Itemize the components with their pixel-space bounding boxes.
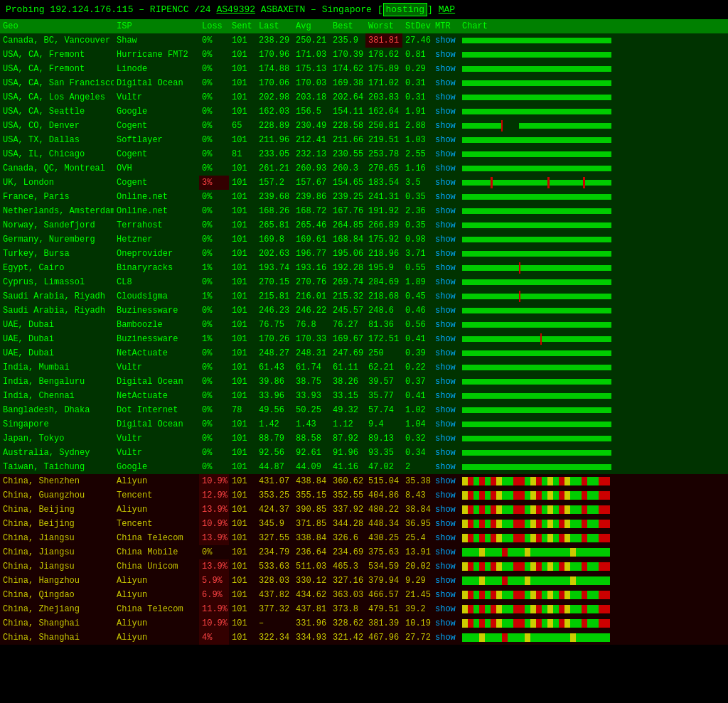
- mtr-link[interactable]: show: [435, 92, 456, 102]
- mtr-link[interactable]: show: [435, 533, 456, 543]
- table-row: UAE, DubaiBamboozle0%10176.7576.876.2781…: [0, 318, 728, 332]
- stdev-cell: 0.98: [402, 232, 432, 247]
- loss-cell: 0%: [199, 304, 229, 318]
- mtr-cell[interactable]: show: [432, 190, 459, 204]
- mtr-link[interactable]: show: [435, 405, 456, 415]
- mtr-link[interactable]: show: [435, 121, 456, 131]
- last-cell: 248.27: [256, 346, 293, 360]
- mtr-cell[interactable]: show: [432, 332, 459, 346]
- mtr-link[interactable]: show: [435, 633, 456, 643]
- mtr-link[interactable]: show: [435, 277, 456, 287]
- mtr-cell[interactable]: show: [432, 531, 459, 545]
- mtr-link[interactable]: show: [435, 192, 456, 202]
- mtr-link[interactable]: show: [435, 363, 456, 372]
- mtr-cell[interactable]: show: [432, 346, 459, 360]
- col-chart: Chart: [459, 19, 728, 33]
- mtr-cell[interactable]: show: [432, 76, 459, 90]
- mtr-cell[interactable]: show: [432, 375, 459, 389]
- mtr-link[interactable]: show: [435, 78, 456, 88]
- mtr-cell[interactable]: show: [432, 488, 459, 503]
- mtr-link[interactable]: show: [435, 178, 456, 188]
- mtr-cell[interactable]: show: [432, 275, 459, 289]
- mtr-link[interactable]: show: [435, 448, 456, 458]
- mtr-link[interactable]: show: [435, 36, 456, 45]
- mtr-link[interactable]: show: [435, 348, 456, 358]
- mtr-cell[interactable]: show: [432, 304, 459, 318]
- mtr-cell[interactable]: show: [432, 204, 459, 218]
- mtr-cell[interactable]: show: [432, 261, 459, 275]
- mtr-link[interactable]: show: [435, 590, 456, 600]
- mtr-cell[interactable]: show: [432, 630, 459, 645]
- mtr-cell[interactable]: show: [432, 218, 459, 232]
- mtr-cell[interactable]: show: [432, 104, 459, 119]
- mtr-link[interactable]: show: [435, 163, 456, 173]
- svg-rect-27: [462, 322, 611, 328]
- mtr-link[interactable]: show: [435, 320, 456, 330]
- mtr-cell[interactable]: show: [432, 602, 459, 616]
- isp-cell: Tencent: [114, 488, 199, 503]
- mtr-link[interactable]: show: [435, 462, 456, 472]
- mtr-link[interactable]: show: [435, 391, 456, 401]
- mtr-link[interactable]: show: [435, 291, 456, 301]
- loss-cell: 1%: [199, 261, 229, 275]
- mtr-cell[interactable]: show: [432, 474, 459, 488]
- mtr-cell[interactable]: show: [432, 48, 459, 62]
- mtr-cell[interactable]: show: [432, 90, 459, 104]
- mtr-cell[interactable]: show: [432, 247, 459, 261]
- table-row: Australia, SydneyVultr0%10192.5692.6191.…: [0, 446, 728, 460]
- mtr-cell[interactable]: show: [432, 545, 459, 559]
- mtr-link[interactable]: show: [435, 576, 456, 586]
- mtr-cell[interactable]: show: [432, 431, 459, 446]
- mtr-link[interactable]: show: [435, 618, 456, 628]
- mtr-link[interactable]: show: [435, 490, 456, 500]
- mtr-link[interactable]: show: [435, 64, 456, 74]
- mtr-link[interactable]: show: [435, 306, 456, 316]
- mtr-cell[interactable]: show: [432, 503, 459, 517]
- mtr-cell[interactable]: show: [432, 417, 459, 431]
- mtr-cell[interactable]: show: [432, 616, 459, 630]
- hosting-label[interactable]: hosting: [383, 3, 428, 16]
- mtr-link[interactable]: show: [435, 235, 456, 245]
- mtr-link[interactable]: show: [435, 206, 456, 216]
- chart-cell: [459, 147, 728, 161]
- mtr-link[interactable]: show: [435, 334, 456, 344]
- mtr-cell[interactable]: show: [432, 446, 459, 460]
- mtr-link[interactable]: show: [435, 50, 456, 60]
- mtr-link[interactable]: show: [435, 149, 456, 159]
- mtr-link[interactable]: show: [435, 220, 456, 230]
- mtr-cell[interactable]: show: [432, 119, 459, 133]
- mtr-link[interactable]: show: [435, 476, 456, 486]
- mtr-cell[interactable]: show: [432, 574, 459, 588]
- mtr-cell[interactable]: show: [432, 559, 459, 574]
- mtr-cell[interactable]: show: [432, 318, 459, 332]
- mtr-link[interactable]: show: [435, 107, 456, 117]
- map-link[interactable]: MAP: [439, 4, 455, 15]
- mtr-link[interactable]: show: [435, 434, 456, 444]
- mtr-link[interactable]: show: [435, 562, 456, 571]
- mtr-link[interactable]: show: [435, 547, 456, 557]
- mtr-link[interactable]: show: [435, 505, 456, 515]
- mtr-link[interactable]: show: [435, 135, 456, 145]
- as-link[interactable]: AS49392: [216, 4, 255, 15]
- mtr-link[interactable]: show: [435, 377, 456, 387]
- mtr-link[interactable]: show: [435, 604, 456, 614]
- mtr-cell[interactable]: show: [432, 403, 459, 417]
- mtr-cell[interactable]: show: [432, 588, 459, 602]
- mtr-link[interactable]: show: [435, 263, 456, 273]
- mtr-cell[interactable]: show: [432, 460, 459, 474]
- avg-cell: 330.12: [293, 574, 330, 588]
- mtr-cell[interactable]: show: [432, 62, 459, 76]
- mtr-link[interactable]: show: [435, 419, 456, 429]
- mtr-link[interactable]: show: [435, 519, 456, 529]
- mtr-cell[interactable]: show: [432, 232, 459, 247]
- mtr-cell[interactable]: show: [432, 161, 459, 176]
- mtr-cell[interactable]: show: [432, 389, 459, 403]
- mtr-cell[interactable]: show: [432, 133, 459, 147]
- mtr-cell[interactable]: show: [432, 33, 459, 48]
- mtr-cell[interactable]: show: [432, 289, 459, 304]
- mtr-cell[interactable]: show: [432, 176, 459, 190]
- mtr-cell[interactable]: show: [432, 147, 459, 161]
- mtr-cell[interactable]: show: [432, 517, 459, 531]
- mtr-cell[interactable]: show: [432, 360, 459, 375]
- mtr-link[interactable]: show: [435, 249, 456, 259]
